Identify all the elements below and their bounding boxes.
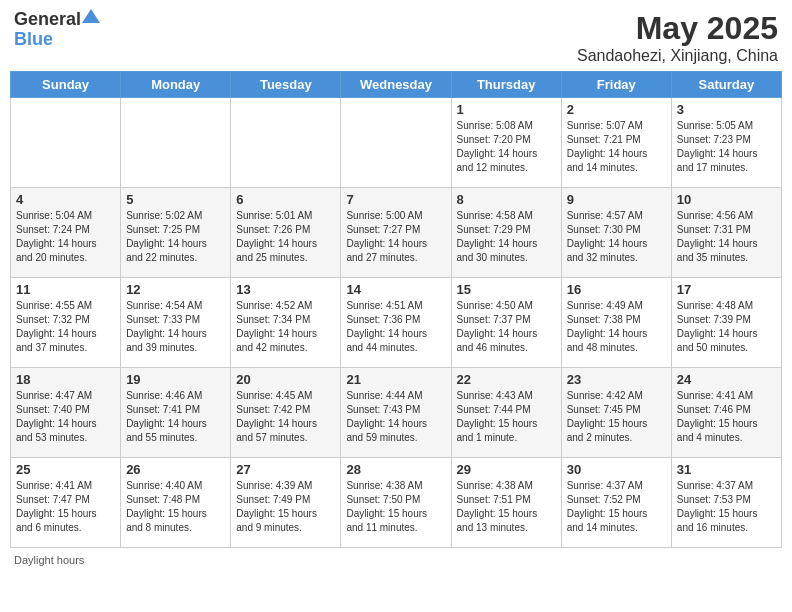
day-number: 28 (346, 462, 445, 477)
day-number: 18 (16, 372, 115, 387)
day-info: Sunrise: 5:01 AMSunset: 7:26 PMDaylight:… (236, 209, 335, 265)
calendar-cell (341, 98, 451, 188)
day-number: 19 (126, 372, 225, 387)
calendar-cell: 2Sunrise: 5:07 AMSunset: 7:21 PMDaylight… (561, 98, 671, 188)
day-number: 22 (457, 372, 556, 387)
day-info: Sunrise: 4:57 AMSunset: 7:30 PMDaylight:… (567, 209, 666, 265)
calendar-cell: 8Sunrise: 4:58 AMSunset: 7:29 PMDaylight… (451, 188, 561, 278)
day-info: Sunrise: 4:40 AMSunset: 7:48 PMDaylight:… (126, 479, 225, 535)
day-info: Sunrise: 4:39 AMSunset: 7:49 PMDaylight:… (236, 479, 335, 535)
day-number: 12 (126, 282, 225, 297)
day-info: Sunrise: 4:46 AMSunset: 7:41 PMDaylight:… (126, 389, 225, 445)
calendar-cell: 18Sunrise: 4:47 AMSunset: 7:40 PMDayligh… (11, 368, 121, 458)
calendar-cell: 15Sunrise: 4:50 AMSunset: 7:37 PMDayligh… (451, 278, 561, 368)
calendar-header-wednesday: Wednesday (341, 72, 451, 98)
footer-note: Daylight hours (10, 554, 782, 566)
day-info: Sunrise: 4:38 AMSunset: 7:51 PMDaylight:… (457, 479, 556, 535)
day-number: 27 (236, 462, 335, 477)
calendar-cell: 1Sunrise: 5:08 AMSunset: 7:20 PMDaylight… (451, 98, 561, 188)
calendar-cell: 25Sunrise: 4:41 AMSunset: 7:47 PMDayligh… (11, 458, 121, 548)
day-info: Sunrise: 4:41 AMSunset: 7:47 PMDaylight:… (16, 479, 115, 535)
day-number: 5 (126, 192, 225, 207)
calendar-cell: 9Sunrise: 4:57 AMSunset: 7:30 PMDaylight… (561, 188, 671, 278)
calendar-header-friday: Friday (561, 72, 671, 98)
day-number: 3 (677, 102, 776, 117)
day-info: Sunrise: 4:37 AMSunset: 7:52 PMDaylight:… (567, 479, 666, 535)
calendar-cell: 3Sunrise: 5:05 AMSunset: 7:23 PMDaylight… (671, 98, 781, 188)
day-info: Sunrise: 5:05 AMSunset: 7:23 PMDaylight:… (677, 119, 776, 175)
logo-general: General (14, 10, 81, 30)
calendar-header-monday: Monday (121, 72, 231, 98)
day-info: Sunrise: 4:47 AMSunset: 7:40 PMDaylight:… (16, 389, 115, 445)
day-info: Sunrise: 4:49 AMSunset: 7:38 PMDaylight:… (567, 299, 666, 355)
day-info: Sunrise: 4:50 AMSunset: 7:37 PMDaylight:… (457, 299, 556, 355)
location-title: Sandaohezi, Xinjiang, China (577, 47, 778, 65)
calendar-cell: 27Sunrise: 4:39 AMSunset: 7:49 PMDayligh… (231, 458, 341, 548)
calendar-cell: 11Sunrise: 4:55 AMSunset: 7:32 PMDayligh… (11, 278, 121, 368)
day-number: 7 (346, 192, 445, 207)
calendar-cell (231, 98, 341, 188)
day-number: 24 (677, 372, 776, 387)
day-info: Sunrise: 4:45 AMSunset: 7:42 PMDaylight:… (236, 389, 335, 445)
calendar-header-thursday: Thursday (451, 72, 561, 98)
calendar-cell: 31Sunrise: 4:37 AMSunset: 7:53 PMDayligh… (671, 458, 781, 548)
calendar-cell: 19Sunrise: 4:46 AMSunset: 7:41 PMDayligh… (121, 368, 231, 458)
day-number: 17 (677, 282, 776, 297)
day-info: Sunrise: 4:54 AMSunset: 7:33 PMDaylight:… (126, 299, 225, 355)
calendar-cell: 30Sunrise: 4:37 AMSunset: 7:52 PMDayligh… (561, 458, 671, 548)
day-info: Sunrise: 4:37 AMSunset: 7:53 PMDaylight:… (677, 479, 776, 535)
day-number: 20 (236, 372, 335, 387)
logo: General Blue (14, 10, 100, 50)
day-number: 4 (16, 192, 115, 207)
day-info: Sunrise: 5:00 AMSunset: 7:27 PMDaylight:… (346, 209, 445, 265)
calendar-header-saturday: Saturday (671, 72, 781, 98)
page-header: General Blue May 2025 Sandaohezi, Xinjia… (10, 10, 782, 65)
calendar-week-row: 11Sunrise: 4:55 AMSunset: 7:32 PMDayligh… (11, 278, 782, 368)
day-number: 30 (567, 462, 666, 477)
calendar-cell: 13Sunrise: 4:52 AMSunset: 7:34 PMDayligh… (231, 278, 341, 368)
calendar-cell: 22Sunrise: 4:43 AMSunset: 7:44 PMDayligh… (451, 368, 561, 458)
calendar-cell: 29Sunrise: 4:38 AMSunset: 7:51 PMDayligh… (451, 458, 561, 548)
day-number: 31 (677, 462, 776, 477)
day-info: Sunrise: 5:02 AMSunset: 7:25 PMDaylight:… (126, 209, 225, 265)
day-info: Sunrise: 4:42 AMSunset: 7:45 PMDaylight:… (567, 389, 666, 445)
calendar-cell: 12Sunrise: 4:54 AMSunset: 7:33 PMDayligh… (121, 278, 231, 368)
day-number: 21 (346, 372, 445, 387)
calendar-header-tuesday: Tuesday (231, 72, 341, 98)
day-number: 10 (677, 192, 776, 207)
calendar-cell: 17Sunrise: 4:48 AMSunset: 7:39 PMDayligh… (671, 278, 781, 368)
calendar-cell: 6Sunrise: 5:01 AMSunset: 7:26 PMDaylight… (231, 188, 341, 278)
day-number: 2 (567, 102, 666, 117)
day-number: 8 (457, 192, 556, 207)
calendar-cell: 10Sunrise: 4:56 AMSunset: 7:31 PMDayligh… (671, 188, 781, 278)
day-number: 14 (346, 282, 445, 297)
day-number: 25 (16, 462, 115, 477)
day-number: 29 (457, 462, 556, 477)
calendar-cell (11, 98, 121, 188)
calendar-cell: 5Sunrise: 5:02 AMSunset: 7:25 PMDaylight… (121, 188, 231, 278)
day-number: 13 (236, 282, 335, 297)
day-number: 26 (126, 462, 225, 477)
day-number: 6 (236, 192, 335, 207)
day-info: Sunrise: 4:55 AMSunset: 7:32 PMDaylight:… (16, 299, 115, 355)
calendar-cell: 26Sunrise: 4:40 AMSunset: 7:48 PMDayligh… (121, 458, 231, 548)
day-info: Sunrise: 4:51 AMSunset: 7:36 PMDaylight:… (346, 299, 445, 355)
calendar-cell: 20Sunrise: 4:45 AMSunset: 7:42 PMDayligh… (231, 368, 341, 458)
calendar-cell: 14Sunrise: 4:51 AMSunset: 7:36 PMDayligh… (341, 278, 451, 368)
day-number: 11 (16, 282, 115, 297)
day-info: Sunrise: 4:48 AMSunset: 7:39 PMDaylight:… (677, 299, 776, 355)
calendar-week-row: 4Sunrise: 5:04 AMSunset: 7:24 PMDaylight… (11, 188, 782, 278)
calendar-cell: 23Sunrise: 4:42 AMSunset: 7:45 PMDayligh… (561, 368, 671, 458)
day-info: Sunrise: 4:58 AMSunset: 7:29 PMDaylight:… (457, 209, 556, 265)
day-info: Sunrise: 4:38 AMSunset: 7:50 PMDaylight:… (346, 479, 445, 535)
day-number: 1 (457, 102, 556, 117)
month-title: May 2025 (577, 10, 778, 47)
logo-blue: Blue (14, 29, 53, 49)
calendar-week-row: 1Sunrise: 5:08 AMSunset: 7:20 PMDaylight… (11, 98, 782, 188)
day-number: 16 (567, 282, 666, 297)
day-info: Sunrise: 4:44 AMSunset: 7:43 PMDaylight:… (346, 389, 445, 445)
day-number: 9 (567, 192, 666, 207)
day-info: Sunrise: 5:04 AMSunset: 7:24 PMDaylight:… (16, 209, 115, 265)
calendar-week-row: 18Sunrise: 4:47 AMSunset: 7:40 PMDayligh… (11, 368, 782, 458)
calendar-header-row: SundayMondayTuesdayWednesdayThursdayFrid… (11, 72, 782, 98)
